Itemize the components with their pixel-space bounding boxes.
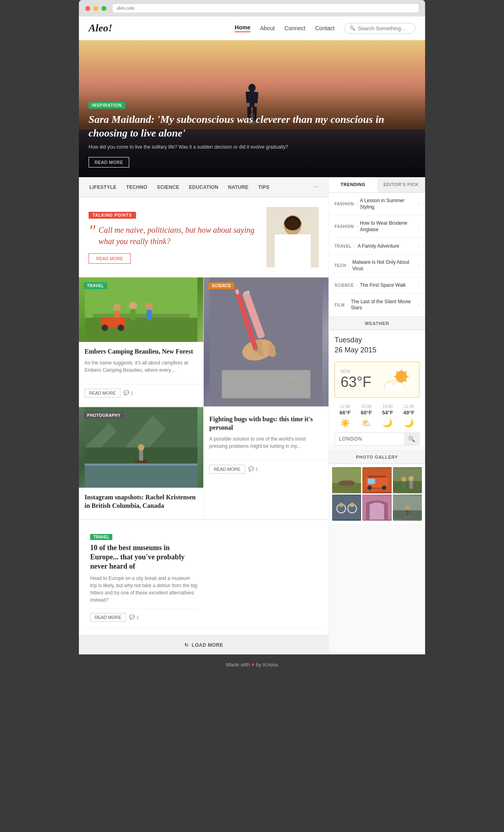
hourly-12: 12:00 66°F ☀️ bbox=[335, 404, 356, 428]
travel-card-image: TRAVEL bbox=[79, 277, 203, 342]
trending-item-0[interactable]: FASHION / A Lesson in Summer Styling › bbox=[329, 193, 425, 215]
hourly-icon-1: ⛅ bbox=[356, 418, 377, 428]
hero-section: INSPIRATION Sara Maitland: 'My subconsci… bbox=[79, 40, 425, 177]
trending-category-1: FASHION bbox=[335, 224, 354, 229]
weather-temperature: 63°F bbox=[341, 374, 371, 391]
search-box[interactable]: 🔍 bbox=[344, 23, 415, 34]
tab-techno[interactable]: TECHNO bbox=[122, 179, 151, 196]
travel-text-article: TRAVEL 10 of the best museums in Europe.… bbox=[79, 520, 328, 635]
tab-education[interactable]: EDUCATION bbox=[185, 179, 222, 196]
svg-point-88 bbox=[350, 503, 354, 507]
gallery-thumb-6[interactable] bbox=[393, 495, 422, 521]
tab-trending[interactable]: TRENDING bbox=[329, 177, 377, 192]
tab-editors-pick[interactable]: EDITOR'S PICK bbox=[377, 177, 426, 192]
gallery-thumb-4[interactable] bbox=[332, 495, 361, 521]
trending-divider-5: / bbox=[347, 302, 348, 307]
featured-read-more-button[interactable]: READ MORE bbox=[89, 253, 131, 264]
hero-overlay: INSPIRATION Sara Maitland: 'My subconsci… bbox=[79, 93, 425, 177]
hourly-time-2: 18:00 bbox=[377, 404, 399, 409]
nav-contact[interactable]: Contact bbox=[315, 25, 335, 31]
travel-article-read-more-button[interactable]: READ MORE bbox=[90, 613, 126, 622]
search-input[interactable] bbox=[358, 25, 410, 31]
comment-icon-2: 💬 bbox=[248, 466, 254, 472]
load-more-label: LOAD MORE bbox=[192, 642, 223, 648]
address-bar: aleo.com bbox=[113, 4, 419, 12]
nav-home[interactable]: Home bbox=[235, 24, 250, 32]
science-badge: SCIENCE bbox=[209, 282, 234, 289]
svg-rect-50 bbox=[85, 464, 198, 488]
bugs-card-body: Fighting bugs with bugs: this time it's … bbox=[204, 407, 328, 460]
load-more-button[interactable]: ↻ LOAD MORE bbox=[184, 642, 223, 648]
site-logo[interactable]: Aleo! bbox=[89, 22, 112, 34]
svg-point-3 bbox=[248, 84, 256, 92]
featured-text: TALKING POINTS " Call me naive, politici… bbox=[89, 211, 258, 264]
trending-category-4: SCIENCE bbox=[335, 283, 354, 288]
svg-rect-43 bbox=[226, 392, 274, 393]
trending-item-5[interactable]: FILM / The Last of the Silent Movie Star… bbox=[329, 294, 425, 317]
trending-item-2[interactable]: TRAVEL / A Family Adventure › bbox=[329, 238, 425, 255]
travel-card-footer: READ MORE 💬 1 bbox=[79, 384, 203, 402]
gallery-thumb-2[interactable] bbox=[362, 467, 391, 493]
travel-card-excerpt: As the name suggests, it's all about cam… bbox=[85, 359, 198, 374]
trending-divider-1: / bbox=[356, 224, 357, 229]
weather-main: NOW 63°F bbox=[335, 362, 419, 398]
sidebar-tabs: TRENDING EDITOR'S PICK bbox=[329, 177, 425, 193]
travel-read-more-button[interactable]: READ MORE bbox=[85, 389, 120, 397]
trending-divider-0: / bbox=[356, 202, 357, 207]
gallery-thumb-1[interactable] bbox=[332, 467, 361, 493]
bugs-card-title: Fighting bugs with bugs: this time it's … bbox=[209, 415, 323, 432]
gallery-img-6 bbox=[393, 495, 422, 521]
photography-badge: PHOTOGRAPHY bbox=[84, 412, 124, 419]
travel-card-body: Embers Camping Beaulieu, New Forest As t… bbox=[79, 342, 203, 384]
svg-point-80 bbox=[401, 477, 406, 482]
weather-location-input[interactable] bbox=[335, 433, 404, 445]
maximize-dot[interactable] bbox=[101, 6, 106, 11]
nav-connect[interactable]: Connect bbox=[285, 25, 306, 31]
nav-about[interactable]: About bbox=[260, 25, 275, 31]
hourly-21: 21:00 49°F 🌙 bbox=[398, 404, 419, 428]
gallery-img-4 bbox=[332, 495, 361, 521]
hero-read-more-button[interactable]: READ MORE bbox=[89, 157, 129, 168]
svg-line-61 bbox=[405, 380, 407, 382]
svg-point-76 bbox=[368, 486, 372, 490]
article-card-travel: TRAVEL bbox=[79, 277, 204, 407]
science-img-content bbox=[204, 277, 328, 406]
svg-point-77 bbox=[382, 486, 386, 490]
weather-section: WEATHER Tuesday 26 May 2015 NOW 63°F bbox=[329, 317, 425, 445]
refresh-icon: ↻ bbox=[184, 642, 189, 648]
content-area: LIFESTYLE TECHNO SCIENCE EDUCATION NATUR… bbox=[79, 177, 425, 654]
tab-tips[interactable]: TIPS bbox=[254, 179, 273, 196]
weather-location[interactable]: 🔍 bbox=[335, 433, 419, 445]
travel-comment-count: 💬 1 bbox=[124, 390, 133, 395]
svg-rect-22 bbox=[131, 309, 136, 320]
more-tabs-icon[interactable]: ··· bbox=[310, 177, 322, 197]
minimize-dot[interactable] bbox=[93, 6, 98, 11]
sidebar: TRENDING EDITOR'S PICK FASHION / A Lesso… bbox=[328, 177, 425, 654]
trending-title-5: The Last of the Silent Movie Stars bbox=[351, 299, 415, 311]
gallery-grid bbox=[329, 464, 425, 524]
hourly-icon-2: 🌙 bbox=[377, 418, 399, 428]
tab-nature[interactable]: NATURE bbox=[224, 179, 252, 196]
close-dot[interactable] bbox=[85, 6, 90, 11]
trending-divider-3: / bbox=[349, 263, 350, 268]
tab-lifestyle[interactable]: LIFESTYLE bbox=[85, 179, 120, 196]
gallery-img-5 bbox=[362, 495, 391, 521]
gallery-header: PHOTO GALLERY bbox=[329, 451, 425, 464]
article-card-bugs: Fighting bugs with bugs: this time it's … bbox=[204, 407, 328, 519]
trending-item-4[interactable]: SCIENCE / The First Space Walk › bbox=[329, 277, 425, 294]
svg-rect-15 bbox=[275, 234, 311, 267]
weather-location-search-button[interactable]: 🔍 bbox=[404, 433, 419, 445]
hourly-time-1: 15:00 bbox=[356, 404, 377, 409]
bugs-read-more-button[interactable]: READ MORE bbox=[209, 465, 245, 474]
science-card-image: SCIENCE bbox=[204, 277, 328, 406]
trending-item-1[interactable]: FASHION / How to Wear Broderie Anglaise … bbox=[329, 215, 425, 238]
weather-date: Tuesday 26 May 2015 bbox=[329, 330, 425, 358]
trending-category-0: FASHION bbox=[335, 202, 354, 206]
trending-item-3[interactable]: TECH / Malware is Not Only About Virus › bbox=[329, 255, 425, 277]
gallery-thumb-5[interactable] bbox=[362, 495, 391, 521]
tab-science[interactable]: SCIENCE bbox=[153, 179, 183, 196]
svg-point-19 bbox=[113, 304, 121, 312]
featured-person-image bbox=[266, 207, 319, 267]
trending-category-5: FILM bbox=[335, 303, 345, 307]
gallery-thumb-3[interactable] bbox=[393, 467, 422, 493]
